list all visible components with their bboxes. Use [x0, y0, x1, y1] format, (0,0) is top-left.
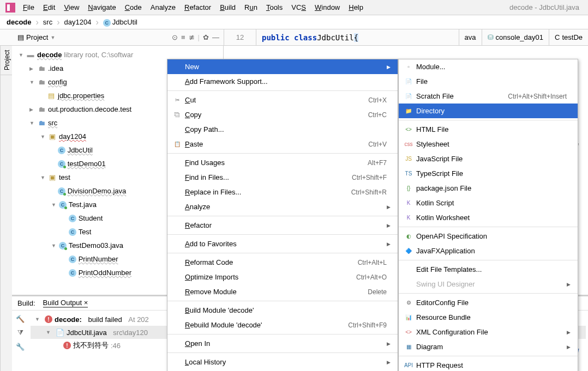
package-icon: ▣ — [48, 132, 57, 141]
breadcrumb: decode › src › day1204 › CJdbcUtil — [0, 15, 588, 29]
ctx-analyze[interactable]: Analyze▶ — [167, 199, 398, 214]
menu-build[interactable]: Build — [215, 2, 240, 13]
new-http-request[interactable]: APIHTTP Request — [399, 358, 578, 371]
menu-window[interactable]: Window — [310, 2, 344, 13]
menu-file[interactable]: File — [19, 2, 39, 13]
menu-analyze[interactable]: Analyze — [146, 2, 180, 13]
submenu-arrow-icon: ▶ — [387, 223, 392, 228]
ctx-new[interactable]: New▶ — [167, 59, 398, 74]
ctx-reformat-code[interactable]: Reformat CodeCtrl+Alt+L — [167, 255, 398, 270]
menu-help[interactable]: Help — [344, 2, 368, 13]
wrench-icon[interactable]: 🔧 — [16, 343, 25, 351]
menu-icon: <> — [403, 126, 414, 132]
menu-icon: <> — [403, 329, 414, 335]
menu-vcs[interactable]: VCS — [287, 2, 310, 13]
ctx-refactor[interactable]: Refactor▶ — [167, 218, 398, 233]
menu-tools[interactable]: Tools — [262, 2, 287, 13]
menu-label: Module... — [414, 63, 567, 71]
tab-console[interactable]: ⛁console_day01 — [482, 29, 549, 45]
ctx-add-framework-support-[interactable]: Add Framework Support... — [167, 74, 398, 89]
crumb-src[interactable]: src — [41, 17, 55, 27]
menu-label: HTML File — [414, 125, 567, 133]
menu-label: Copy — [183, 111, 357, 119]
settings-icon[interactable]: ✿ — [203, 33, 209, 41]
build-tab-output[interactable]: Build Output × — [43, 299, 88, 308]
hammer-icon[interactable]: 🔨 — [16, 315, 25, 323]
new-xml-configuration-file[interactable]: <>XML Configuration File▶ — [399, 325, 578, 339]
ctx-replace-in-files-[interactable]: Replace in Files...Ctrl+Shift+R — [167, 185, 398, 199]
chevron-right-icon: › — [36, 17, 39, 27]
ctx-build-module-decode-[interactable]: Build Module 'decode' — [167, 303, 398, 318]
error-icon: ! — [63, 342, 71, 349]
new-package-json-file[interactable]: {}package.json File — [399, 181, 578, 196]
tab-testde[interactable]: CtestDe — [549, 29, 588, 45]
new-editorconfig-file[interactable]: ⚙EditorConfig File — [399, 295, 578, 310]
menu-run[interactable]: Run — [240, 2, 262, 13]
ctx-add-to-favorites[interactable]: Add to Favorites▶ — [167, 236, 398, 251]
ctx-open-in[interactable]: Open In▶ — [167, 336, 398, 351]
window-title: decode - JdbcUtil.java — [509, 3, 579, 11]
collapse-all-icon[interactable]: ≢ — [189, 33, 195, 41]
menu-icon: 📋 — [172, 141, 183, 147]
filter-icon[interactable]: ⧩ — [17, 329, 23, 337]
menu-label: JavaFXApplication — [414, 247, 567, 255]
menu-icon: JS — [403, 156, 414, 162]
hide-icon[interactable]: — — [212, 33, 219, 41]
class-icon: C — [103, 19, 111, 27]
new-diagram[interactable]: ▦Diagram▶ — [399, 339, 578, 354]
ctx-paste[interactable]: 📋PasteCtrl+V — [167, 137, 398, 151]
submenu-arrow-icon: ▶ — [387, 360, 392, 365]
sidestrip-project[interactable]: Project — [1, 46, 12, 75]
new-swing-ui-designer[interactable]: Swing UI Designer▶ — [399, 277, 578, 291]
folder-icon: 🖿 — [37, 78, 46, 86]
new-stylesheet[interactable]: cssStylesheet — [399, 137, 578, 151]
expand-all-icon[interactable]: ≡ — [181, 33, 185, 41]
menu-code[interactable]: Code — [121, 2, 146, 13]
menu-label: Kotlin Script — [414, 199, 567, 207]
ctx-copy-path-[interactable]: Copy Path... — [167, 122, 398, 137]
new-resource-bundle[interactable]: 📊Resource Bundle — [399, 310, 578, 325]
sidestrip: Project — [0, 46, 12, 371]
chevron-right-icon: › — [57, 17, 59, 27]
ctx-find-in-files-[interactable]: Find in Files...Ctrl+Shift+F — [167, 170, 398, 185]
menu-edit[interactable]: Edit — [39, 2, 59, 13]
new-javascript-file[interactable]: JSJavaScript File — [399, 151, 578, 166]
crumb-pkg[interactable]: day1204 — [62, 17, 94, 27]
ctx-copy[interactable]: ⿻CopyCtrl+C — [167, 107, 398, 122]
menu-icon: TS — [403, 171, 414, 177]
menu-label: Add to Favorites — [183, 240, 387, 248]
ctx-remove-module[interactable]: Remove ModuleDelete — [167, 284, 398, 299]
select-opened-icon[interactable]: ⊙ — [172, 33, 178, 41]
menu-shortcut: Ctrl+Shift+F — [341, 174, 387, 181]
ctx-find-usages[interactable]: Find UsagesAlt+F7 — [167, 155, 398, 170]
new-kotlin-worksheet[interactable]: KKotlin Worksheet — [399, 210, 578, 225]
ctx-local-history[interactable]: Local History▶ — [167, 355, 398, 369]
new-openapi-specification[interactable]: ◐OpenAPI Specification — [399, 229, 578, 244]
menu-navigate[interactable]: Navigate — [83, 2, 120, 13]
menu-refactor[interactable]: Refactor — [180, 2, 215, 13]
new-html-file[interactable]: <>HTML File — [399, 122, 578, 137]
menu-label: XML Configuration File — [414, 328, 567, 336]
crumb-file[interactable]: CJdbcUtil — [101, 17, 140, 28]
project-selector[interactable]: ▤ Project ▼ — [14, 32, 58, 42]
menu-label: Scratch File — [414, 92, 497, 100]
new-edit-file-templates-[interactable]: Edit File Templates... — [399, 262, 578, 277]
new-directory[interactable]: 📁Directory — [399, 104, 578, 118]
menu-view[interactable]: View — [59, 2, 83, 13]
class-icon: C — [69, 215, 76, 222]
menu-label: File — [414, 77, 567, 86]
new-javafxapplication[interactable]: 🔷JavaFXApplication — [399, 244, 578, 258]
chevron-right-icon: › — [95, 17, 98, 27]
crumb-root[interactable]: decode — [4, 17, 34, 27]
menu-shortcut: Ctrl+C — [357, 111, 387, 119]
submenu-arrow-icon: ▶ — [387, 64, 392, 70]
new-typescript-file[interactable]: TSTypeScript File — [399, 166, 578, 181]
ctx-optimize-imports[interactable]: Optimize ImportsCtrl+Alt+O — [167, 270, 398, 284]
ctx-rebuild-module-decode-[interactable]: Rebuild Module 'decode'Ctrl+Shift+F9 — [167, 318, 398, 332]
new-kotlin-script[interactable]: KKotlin Script — [399, 196, 578, 210]
new-file[interactable]: 📄File — [399, 74, 578, 89]
new-scratch-file[interactable]: 📄Scratch FileCtrl+Alt+Shift+Insert — [399, 89, 578, 104]
ctx-cut[interactable]: ✂CutCtrl+X — [167, 93, 398, 107]
new-module-[interactable]: ▫Module... — [399, 59, 578, 74]
tab-java[interactable]: ava — [459, 29, 482, 45]
